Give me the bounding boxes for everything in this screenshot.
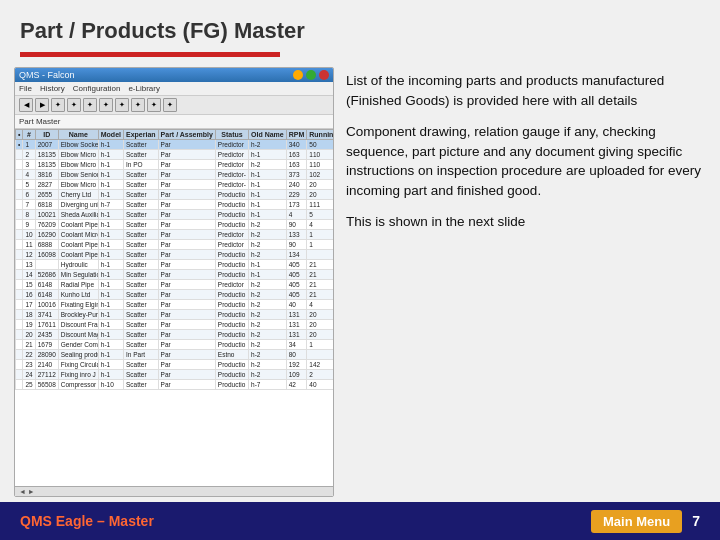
- table-cell: Par: [158, 240, 215, 250]
- table-row[interactable]: 2556508Compressor Centre Cableh-10Scatte…: [16, 380, 334, 390]
- toolbar-btn-2[interactable]: ✦: [67, 98, 81, 112]
- table-cell: [16, 210, 23, 220]
- close-icon[interactable]: [319, 70, 329, 80]
- table-cell: 21: [307, 270, 333, 280]
- table-cell: 12: [23, 250, 35, 260]
- table-row[interactable]: 1452686Min Segulation Valveh-1ScatterPar…: [16, 270, 334, 280]
- table-row[interactable]: •12007Elbow Socket Brazing Size P4h-1Sca…: [16, 140, 334, 150]
- table-row[interactable]: 166148Kunho Ltdh-1ScatterParProductioh-2…: [16, 290, 334, 300]
- table-cell: 90: [286, 220, 307, 230]
- table-cell: 134: [286, 250, 307, 260]
- table-cell: 11: [23, 240, 35, 250]
- toolbar-btn-6[interactable]: ✦: [131, 98, 145, 112]
- table-cell: h-2: [249, 330, 287, 340]
- table-row[interactable]: 1917611Discount Franklin Plush-1ScatterP…: [16, 320, 334, 330]
- table-row[interactable]: 232140Fixing Circularh-1ScatterParProduc…: [16, 360, 334, 370]
- table-row[interactable]: 2427112Fixing inro Jh-1ScatterParProduct…: [16, 370, 334, 380]
- table-cell: 2140: [35, 360, 58, 370]
- table-cell: h-1: [98, 270, 123, 280]
- table-cell: 240: [286, 180, 307, 190]
- toolbar-btn-3[interactable]: ✦: [83, 98, 97, 112]
- table-row[interactable]: 810021Sheda Auxiliaryh-1ScatterParProduc…: [16, 210, 334, 220]
- table-row[interactable]: 43816Elbow Seniorh-1ScatterParPredictor-…: [16, 170, 334, 180]
- table-cell: Productio: [215, 360, 248, 370]
- table-cell: 23: [23, 360, 35, 370]
- table-row[interactable]: 183741Brockley-Purdueh-1ScatterParProduc…: [16, 310, 334, 320]
- table-cell: 5: [307, 210, 333, 220]
- qms-status-bar: ◄ ►: [15, 486, 333, 496]
- table-cell: Predictor-: [215, 170, 248, 180]
- table-row[interactable]: 218135Elbow Micro Swingh-1ScatterParPred…: [16, 150, 334, 160]
- table-cell: Par: [158, 140, 215, 150]
- table-cell: h-1: [249, 150, 287, 160]
- table-cell: 4: [307, 300, 333, 310]
- table-cell: 405: [286, 280, 307, 290]
- table-row[interactable]: 1216098Coolant Pipeh-1ScatterParProducti…: [16, 250, 334, 260]
- table-cell: h-1: [249, 200, 287, 210]
- table-cell: [16, 290, 23, 300]
- maximize-icon[interactable]: [306, 70, 316, 80]
- table-cell: 15: [23, 280, 35, 290]
- table-cell: 2: [23, 150, 35, 160]
- table-cell: [16, 340, 23, 350]
- table-cell: Productio: [215, 290, 248, 300]
- table-row[interactable]: 211679Gender Comph-1ScatterParProductioh…: [16, 340, 334, 350]
- status-nav[interactable]: ◄ ►: [19, 488, 35, 495]
- table-cell: h-1: [98, 250, 123, 260]
- menu-history[interactable]: History: [40, 84, 65, 93]
- table-row[interactable]: 62655Cherry Ltdh-1ScatterParProductioh-1…: [16, 190, 334, 200]
- table-row[interactable]: 156148Radial Pipeh-1ScatterParPredictorh…: [16, 280, 334, 290]
- table-row[interactable]: 52827Elbow Microh-1ScatterParPredictor-h…: [16, 180, 334, 190]
- table-row[interactable]: 976209Coolant Pipeh-1ScatterParProductio…: [16, 220, 334, 230]
- table-cell: 3: [23, 160, 35, 170]
- qms-table-area[interactable]: • # ID Name Model Experian Part / Assemb…: [15, 129, 333, 486]
- table-cell: [16, 220, 23, 230]
- table-row[interactable]: 318135Elbow Micro Bolted L4h-1In POParPr…: [16, 160, 334, 170]
- table-cell: 20: [307, 320, 333, 330]
- table-cell: 3741: [35, 310, 58, 320]
- menu-configuration[interactable]: Configuration: [73, 84, 121, 93]
- toolbar-btn-4[interactable]: ✦: [99, 98, 113, 112]
- toolbar-btn-back[interactable]: ◀: [19, 98, 33, 112]
- table-row[interactable]: 1710016Fixating Elginh-1ScatterParProduc…: [16, 300, 334, 310]
- table-cell: h-2: [249, 140, 287, 150]
- table-cell: 131: [286, 310, 307, 320]
- table-cell: Par: [158, 340, 215, 350]
- table-cell: h-2: [249, 240, 287, 250]
- table-cell: h-1: [249, 270, 287, 280]
- table-row[interactable]: 76818Diverging unith-7ScatterParProducti…: [16, 200, 334, 210]
- table-row[interactable]: 202435Discount Mag/Mag Valveh-1ScatterPa…: [16, 330, 334, 340]
- table-row[interactable]: 2228090Sealing producth-1In PartParEstno…: [16, 350, 334, 360]
- bottom-label: QMS Eagle – Master: [20, 513, 154, 529]
- table-row[interactable]: 116888Coolant Pipeh-1ScatterParPredictor…: [16, 240, 334, 250]
- table-cell: 9: [23, 220, 35, 230]
- table-cell: [16, 280, 23, 290]
- table-cell: Scatter: [124, 240, 159, 250]
- table-cell: 21: [23, 340, 35, 350]
- toolbar-btn-1[interactable]: ✦: [51, 98, 65, 112]
- table-cell: Productio: [215, 220, 248, 230]
- table-cell: Productio: [215, 340, 248, 350]
- table-cell: 102: [307, 170, 333, 180]
- table-row[interactable]: 1016290Coolant Microh-1ScatterParPredict…: [16, 230, 334, 240]
- col-rpm: RPM: [286, 130, 307, 140]
- table-cell: 1: [307, 340, 333, 350]
- table-cell: 405: [286, 260, 307, 270]
- table-cell: Coolant Pipe: [58, 240, 98, 250]
- table-cell: 6148: [35, 280, 58, 290]
- toolbar-btn-7[interactable]: ✦: [147, 98, 161, 112]
- main-menu-button[interactable]: Main Menu: [591, 510, 682, 533]
- toolbar-btn-fwd[interactable]: ▶: [35, 98, 49, 112]
- table-cell: 110: [307, 160, 333, 170]
- table-cell: h-1: [98, 320, 123, 330]
- menu-elibrary[interactable]: e-Library: [128, 84, 160, 93]
- toolbar-btn-5[interactable]: ✦: [115, 98, 129, 112]
- menu-file[interactable]: File: [19, 84, 32, 93]
- table-cell: Par: [158, 350, 215, 360]
- toolbar-btn-8[interactable]: ✦: [163, 98, 177, 112]
- table-cell: Scatter: [124, 280, 159, 290]
- text-block-3: This is shown in the next slide: [346, 212, 706, 232]
- table-row[interactable]: 13Hydroulich-1ScatterParProductioh-14052…: [16, 260, 334, 270]
- table-cell: h-2: [249, 290, 287, 300]
- minimize-icon[interactable]: [293, 70, 303, 80]
